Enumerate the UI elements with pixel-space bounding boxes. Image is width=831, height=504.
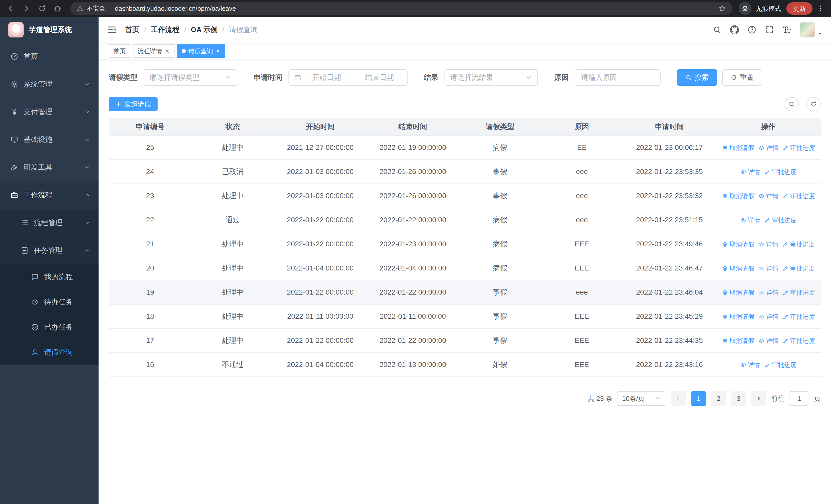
detail-link[interactable]: 详情 [758, 337, 778, 345]
eye-icon [758, 145, 765, 151]
cell-status: 已取消 [192, 159, 274, 184]
browser-menu-icon[interactable] [816, 4, 825, 12]
browser-home-icon[interactable] [53, 4, 62, 13]
sidebar-item-my-processes[interactable]: 我的流程 [0, 264, 98, 290]
detail-link[interactable]: 详情 [740, 168, 760, 176]
bookmark-star-icon[interactable] [718, 4, 726, 12]
detail-link[interactable]: 详情 [740, 216, 760, 224]
cell-apply-id: 20 [109, 256, 192, 280]
sidebar-item-leave-query[interactable]: 请假查询 [0, 340, 98, 365]
cell-leave-type: 病假 [459, 256, 541, 280]
table-row: 25处理中2021-12-27 00:00:002022-01-19 00:00… [109, 136, 821, 159]
approval-progress-link[interactable]: 审批进度 [764, 361, 797, 369]
sidebar-item-payment-mgmt[interactable]: 支付管理 [0, 98, 98, 126]
cell-apply-id: 24 [109, 159, 192, 184]
cancel-leave-link[interactable]: 取消请假 [722, 289, 754, 297]
approval-progress-link[interactable]: 审批进度 [764, 216, 797, 224]
approval-progress-link[interactable]: 审批进度 [782, 240, 815, 248]
approval-progress-link[interactable]: 审批进度 [782, 144, 815, 152]
refresh-table-button[interactable] [806, 97, 821, 111]
tab-home[interactable]: 首页 [109, 45, 131, 58]
detail-link[interactable]: 详情 [758, 264, 778, 272]
reason-input[interactable] [575, 69, 661, 86]
approval-progress-link[interactable]: 审批进度 [782, 289, 815, 297]
detail-link[interactable]: 详情 [758, 313, 778, 321]
tasks-icon [21, 246, 29, 255]
sidebar-item-system-mgmt[interactable]: 系统管理 [0, 70, 98, 98]
leave-type-select[interactable]: 请选择请假类型 [144, 69, 237, 86]
reset-button[interactable]: 重置 [722, 69, 762, 86]
sidebar-item-todo-tasks[interactable]: 待办任务 [0, 290, 98, 315]
page-2-button[interactable]: 2 [711, 391, 726, 406]
sidebar-toggle-icon[interactable] [107, 25, 117, 35]
goto-page-input[interactable] [789, 391, 809, 406]
font-size-icon[interactable] [782, 25, 792, 34]
breadcrumb-oa-example[interactable]: OA 示例 [191, 25, 218, 35]
tab-process-detail[interactable]: 流程详情 [133, 45, 174, 58]
cell-status: 处理中 [192, 304, 274, 328]
cancel-leave-link[interactable]: 取消请假 [722, 144, 754, 152]
detail-link[interactable]: 详情 [758, 240, 778, 248]
approval-progress-link[interactable]: 审批进度 [782, 264, 815, 272]
detail-link[interactable]: 详情 [740, 361, 760, 369]
cell-status: 处理中 [192, 184, 274, 208]
cancel-leave-link[interactable]: 取消请假 [722, 240, 754, 248]
sidebar-item-infrastructure[interactable]: 基础设施 [0, 126, 98, 153]
help-icon[interactable] [747, 25, 756, 34]
cell-apply-time: 2022-01-22 23:46:04 [623, 280, 716, 304]
eye-icon [740, 169, 746, 175]
cell-status: 处理中 [192, 136, 274, 159]
browser-back-icon[interactable] [6, 4, 15, 13]
sidebar-item-dev-tools[interactable]: 研发工具 [0, 153, 98, 181]
sidebar-item-workflow[interactable]: 工作流程 [0, 181, 98, 209]
cancel-leave-link[interactable]: 取消请假 [722, 264, 754, 272]
browser-forward-icon[interactable] [22, 4, 31, 13]
detail-link[interactable]: 详情 [758, 192, 778, 200]
prev-page-button[interactable] [671, 391, 686, 406]
approval-progress-link[interactable]: 审批进度 [764, 168, 797, 176]
toggle-search-button[interactable] [784, 97, 799, 111]
browser-address-bar[interactable]: 不安全 dashboard.yudao.iocoder.cn/bpm/oa/le… [70, 2, 733, 15]
fullscreen-icon[interactable] [765, 25, 774, 34]
search-button[interactable]: 搜索 [677, 69, 717, 86]
sidebar-item-home[interactable]: 首页 [0, 42, 98, 70]
close-tab-icon[interactable] [216, 49, 221, 54]
sidebar-item-done-tasks[interactable]: 已办任务 [0, 315, 98, 340]
omnibox-divider [110, 5, 110, 12]
approval-progress-link[interactable]: 审批进度 [782, 192, 815, 200]
cell-end-time: 2022-01-04 00:00:00 [367, 256, 459, 280]
breadcrumb-workflow[interactable]: 工作流程 [151, 25, 180, 35]
detail-link[interactable]: 详情 [758, 144, 778, 152]
user-menu[interactable] [800, 22, 823, 37]
cell-reason: eee [541, 208, 623, 232]
approval-progress-link[interactable]: 审批进度 [782, 313, 815, 321]
pen-icon [764, 362, 770, 368]
cancel-leave-link[interactable]: 取消请假 [722, 337, 754, 345]
browser-update-button[interactable]: 更新 [786, 2, 812, 14]
tab-leave-query[interactable]: 请假查询 [177, 45, 225, 58]
page-size-select[interactable]: 10条/页 [617, 391, 666, 406]
page-1-button[interactable]: 1 [691, 391, 706, 406]
page-3-button[interactable]: 3 [731, 391, 746, 406]
browser-reload-icon[interactable] [38, 4, 46, 12]
github-icon[interactable] [730, 25, 739, 34]
detail-link[interactable]: 详情 [758, 289, 778, 297]
breadcrumb-home[interactable]: 首页 [125, 25, 140, 35]
close-tab-icon[interactable] [165, 49, 170, 54]
cancel-leave-link[interactable]: 取消请假 [722, 192, 754, 200]
approval-progress-link[interactable]: 审批进度 [782, 337, 815, 345]
security-warning-label: 不安全 [87, 4, 105, 12]
app-logo[interactable]: 芋道管理系统 [0, 17, 98, 42]
search-icon[interactable] [712, 25, 722, 34]
breadcrumb-separator: / [184, 26, 186, 34]
sidebar-item-process-mgmt[interactable]: 流程管理 [0, 209, 98, 237]
incognito-label: 无痕模式 [755, 4, 781, 13]
col-end-time: 结束时间 [367, 118, 459, 136]
apply-time-range-picker[interactable]: 开始日期 - 结束日期 [288, 69, 407, 86]
result-select[interactable]: 请选择流结果 [445, 69, 538, 86]
col-start-time: 开始时间 [274, 118, 367, 136]
create-leave-button[interactable]: 发起请假 [109, 97, 157, 111]
cancel-leave-link[interactable]: 取消请假 [722, 313, 754, 321]
sidebar-item-task-mgmt[interactable]: 任务管理 [0, 237, 98, 264]
next-page-button[interactable] [751, 391, 766, 406]
